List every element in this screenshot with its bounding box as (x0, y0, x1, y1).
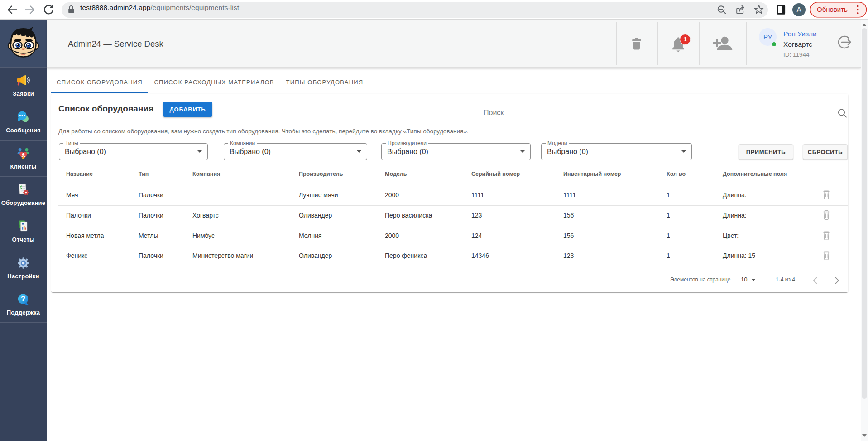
svg-text:?: ? (21, 295, 25, 303)
